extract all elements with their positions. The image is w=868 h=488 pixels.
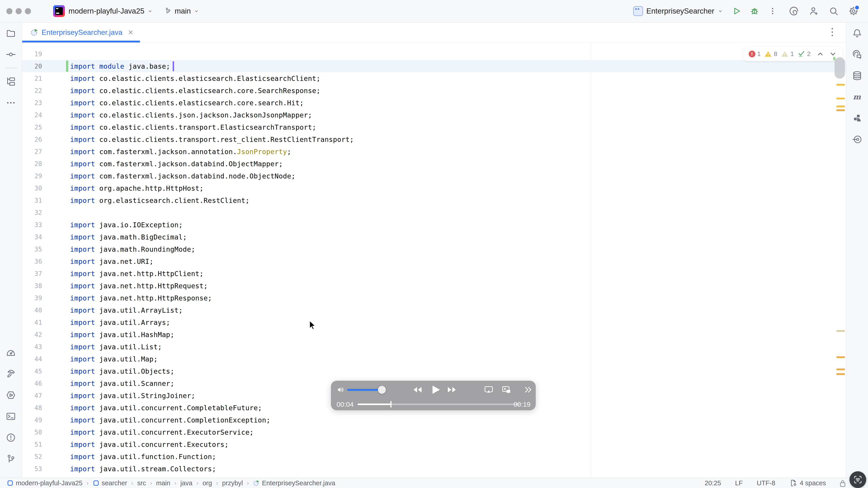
- build-button[interactable]: [4, 367, 18, 381]
- line-number[interactable]: 36: [22, 258, 42, 265]
- code-line[interactable]: 42import java.util.HashMap;: [22, 328, 846, 341]
- code-line[interactable]: 21import co.elastic.clients.elasticsearc…: [22, 72, 846, 85]
- seek-position-marker[interactable]: [391, 401, 392, 408]
- breadcrumb-item[interactable]: main: [156, 480, 170, 487]
- code-line[interactable]: 36import java.net.URI;: [22, 255, 846, 267]
- code-line[interactable]: 25import co.elastic.clients.transport.El…: [22, 121, 846, 133]
- typo-count[interactable]: 2: [798, 50, 811, 58]
- line-number[interactable]: 32: [22, 209, 42, 217]
- line-number[interactable]: 31: [22, 197, 42, 204]
- code-line[interactable]: 37import java.net.http.HttpClient;: [22, 267, 846, 280]
- line-number[interactable]: 24: [22, 111, 42, 119]
- editor-scrollbar[interactable]: [835, 57, 845, 78]
- code-editor[interactable]: 1920import module java.base;21import co.…: [22, 42, 846, 478]
- line-number[interactable]: 34: [22, 233, 42, 241]
- vcs-branch-widget[interactable]: main: [164, 7, 199, 15]
- error-stripe-mark[interactable]: [836, 98, 845, 99]
- line-number[interactable]: 50: [22, 429, 42, 436]
- editor-tab-active[interactable]: EnterpriseySearcher.java ✕: [22, 23, 140, 42]
- code-line[interactable]: 44import java.util.Map;: [22, 353, 846, 365]
- code-line[interactable]: 40import java.util.ArrayList;: [22, 304, 846, 316]
- code-line[interactable]: 50import java.util.concurrent.ExecutorSe…: [22, 426, 846, 438]
- window-zoom-button[interactable]: [25, 8, 31, 14]
- code-line[interactable]: 53import java.util.stream.Collectors;: [22, 463, 846, 475]
- code-line[interactable]: 24import co.elastic.clients.json.jackson…: [22, 109, 846, 121]
- line-number[interactable]: 40: [22, 306, 42, 314]
- line-number[interactable]: 22: [22, 87, 42, 94]
- more-controls-button[interactable]: [524, 386, 532, 394]
- line-number[interactable]: 30: [22, 185, 42, 192]
- volume-slider[interactable]: [347, 389, 384, 391]
- line-number[interactable]: 47: [22, 392, 42, 399]
- error-count[interactable]: ! 1: [749, 51, 761, 58]
- seek-bar[interactable]: [358, 403, 520, 405]
- encoding-widget[interactable]: UTF-8: [757, 480, 775, 487]
- code-line[interactable]: 26import co.elastic.clients.transport.re…: [22, 133, 846, 145]
- code-line[interactable]: 28import com.fasterxml.jackson.databind.…: [22, 158, 846, 170]
- error-stripe-mark[interactable]: [836, 330, 845, 332]
- line-number[interactable]: 29: [22, 172, 42, 180]
- code-line[interactable]: 23import co.elastic.clients.elasticsearc…: [22, 97, 846, 109]
- ai-assistant-button[interactable]: [787, 4, 801, 18]
- line-number[interactable]: 35: [22, 246, 42, 253]
- code-line[interactable]: 51import java.util.concurrent.Executors;: [22, 438, 846, 451]
- screen-capture-indicator[interactable]: [849, 471, 866, 488]
- breadcrumb-item[interactable]: src: [137, 480, 146, 487]
- breadcrumb-item[interactable]: EnterpriseySearcher.java: [253, 480, 335, 487]
- commit-button[interactable]: [4, 47, 18, 62]
- database-button[interactable]: [850, 68, 864, 83]
- terminal-button[interactable]: [4, 409, 18, 424]
- line-number[interactable]: 33: [22, 221, 42, 229]
- warning-count[interactable]: 8: [764, 50, 777, 58]
- code-line[interactable]: 27import com.fasterxml.jackson.annotatio…: [22, 145, 846, 158]
- code-line[interactable]: 49import java.util.concurrent.Completion…: [22, 414, 846, 426]
- code-line[interactable]: 20import module java.base;: [22, 60, 846, 72]
- git-button[interactable]: [4, 452, 18, 466]
- line-number[interactable]: 49: [22, 416, 42, 424]
- line-number[interactable]: 23: [22, 99, 42, 107]
- next-problem-icon[interactable]: [829, 50, 837, 58]
- line-number[interactable]: 28: [22, 160, 42, 168]
- inspections-widget[interactable]: ! 1 8 1 2: [743, 47, 842, 61]
- problems-button[interactable]: [4, 430, 18, 445]
- indent-widget[interactable]: 4 spaces: [789, 479, 826, 487]
- notifications-button[interactable]: [850, 26, 864, 40]
- line-number[interactable]: 53: [22, 465, 42, 473]
- breadcrumb-item[interactable]: przybyl: [222, 480, 243, 487]
- project-folder-button[interactable]: [4, 26, 18, 40]
- line-number[interactable]: 45: [22, 367, 42, 375]
- airplay-button[interactable]: [484, 385, 494, 395]
- more-tools-button[interactable]: [4, 96, 18, 110]
- code-line[interactable]: 35import java.math.RoundingMode;: [22, 243, 846, 255]
- line-number[interactable]: 44: [22, 355, 42, 363]
- line-number[interactable]: 27: [22, 148, 42, 156]
- more-actions-button[interactable]: [766, 4, 779, 18]
- breadcrumb-item[interactable]: modern-playful-Java25: [7, 480, 83, 487]
- fast-forward-button[interactable]: [447, 386, 458, 394]
- code-line[interactable]: 34import java.math.BigDecimal;: [22, 231, 846, 243]
- volume-button[interactable]: [336, 385, 345, 394]
- code-line[interactable]: 43import java.util.List;: [22, 341, 846, 353]
- error-stripe-mark[interactable]: [836, 109, 845, 111]
- code-line[interactable]: 30import org.apache.http.HttpHost;: [22, 182, 846, 194]
- code-with-me-button[interactable]: [807, 4, 820, 18]
- maven-button[interactable]: m: [850, 90, 864, 104]
- line-number[interactable]: 37: [22, 270, 42, 278]
- run-configuration-widget[interactable]: EnterpriseySearcher: [633, 6, 723, 16]
- structure-button[interactable]: [4, 74, 18, 89]
- line-number[interactable]: 46: [22, 380, 42, 387]
- run-button[interactable]: [730, 4, 743, 18]
- line-number[interactable]: 43: [22, 343, 42, 351]
- error-stripe-mark[interactable]: [836, 356, 845, 358]
- line-number[interactable]: 20: [22, 63, 42, 70]
- window-close-button[interactable]: [6, 8, 12, 14]
- line-number[interactable]: 42: [22, 331, 42, 338]
- pip-button[interactable]: [501, 385, 511, 395]
- plugins-button[interactable]: [850, 111, 864, 125]
- code-line[interactable]: 19: [22, 48, 846, 60]
- services-button[interactable]: [4, 388, 18, 402]
- media-player-overlay[interactable]: 00:04 00:19: [331, 381, 536, 410]
- line-number[interactable]: 41: [22, 319, 42, 326]
- code-line[interactable]: 32: [22, 206, 846, 219]
- line-number[interactable]: 51: [22, 441, 42, 448]
